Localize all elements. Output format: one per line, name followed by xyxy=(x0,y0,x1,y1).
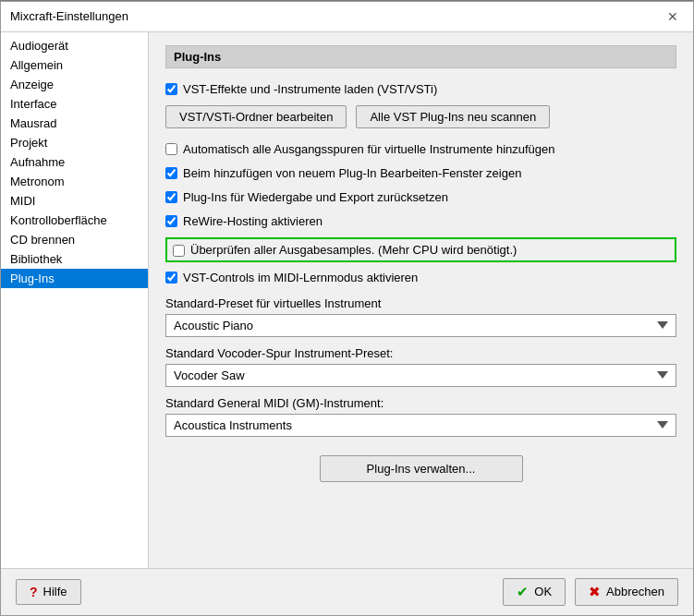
manage-plugins-button[interactable]: Plug-Ins verwalten... xyxy=(320,455,523,482)
sidebar-item-bibliothek[interactable]: Bibliothek xyxy=(1,249,148,269)
sidebar-item-cd-brennen[interactable]: CD brennen xyxy=(1,230,148,249)
footer: ? Hilfe ✔ OK ✖ Abbrechen xyxy=(1,568,693,615)
checkbox-reset-plugins-row: Plug-Ins für Wiedergabe und Export zurüc… xyxy=(165,189,676,206)
checkbox-vst-load-label[interactable]: VST-Effekte und -Instrumente laden (VST/… xyxy=(183,81,437,98)
title-bar: Mixcraft-Einstellungen ✕ xyxy=(1,2,693,32)
footer-right: ✔ OK ✖ Abbrechen xyxy=(503,578,678,606)
checkbox-vst-controls-label[interactable]: VST-Controls im MIDI-Lernmodus aktiviere… xyxy=(183,270,418,286)
cancel-icon: ✖ xyxy=(589,584,601,600)
sidebar-item-audiogeraet[interactable]: Audiogerät xyxy=(1,36,148,55)
sidebar-item-projekt[interactable]: Projekt xyxy=(1,133,148,152)
ok-button[interactable]: ✔ OK xyxy=(503,578,566,606)
help-label: Hilfe xyxy=(43,585,67,598)
vst-buttons-row: VST/VSTi-Ordner bearbeiten Alle VST Plug… xyxy=(165,105,676,128)
checkbox-vst-controls-row: VST-Controls im MIDI-Lernmodus aktiviere… xyxy=(165,270,676,286)
ok-icon: ✔ xyxy=(517,584,529,600)
main-panel: Plug-Ins VST-Effekte und -Instrumente la… xyxy=(149,32,693,568)
window-title: Mixcraft-Einstellungen xyxy=(10,9,128,23)
field2-label: Standard Vocoder-Spur Instrument-Preset: xyxy=(165,346,676,360)
checkbox-vst-load[interactable] xyxy=(165,83,177,95)
checkbox-reset-plugins[interactable] xyxy=(165,191,177,203)
sidebar-item-midi[interactable]: MIDI xyxy=(1,191,148,211)
sidebar: Audiogerät Allgemein Anzeige Interface M… xyxy=(1,32,149,568)
sidebar-item-plug-ins[interactable]: Plug-Ins xyxy=(1,269,148,288)
help-button[interactable]: ? Hilfe xyxy=(16,579,81,605)
checkbox-plugin-editor-label[interactable]: Beim hinzufügen von neuem Plug-In Bearbe… xyxy=(183,165,521,182)
checkbox-plugin-editor-row: Beim hinzufügen von neuem Plug-In Bearbe… xyxy=(165,165,676,182)
sidebar-item-mausrad[interactable]: Mausrad xyxy=(1,114,148,133)
vst-folder-button[interactable]: VST/VSTi-Ordner bearbeiten xyxy=(165,105,347,128)
content-area: Audiogerät Allgemein Anzeige Interface M… xyxy=(1,32,693,568)
preset-general-midi-dropdown[interactable]: Acoustica Instruments xyxy=(165,414,676,437)
preset-vocoder-dropdown[interactable]: Vocoder Saw xyxy=(165,364,676,387)
checkbox-verify-samples-row: Überprüfen aller Ausgabesamples. (Mehr C… xyxy=(165,237,676,262)
checkbox-auto-tracks-row: Automatisch alle Ausgangsspuren für virt… xyxy=(165,141,676,158)
main-window: Mixcraft-Einstellungen ✕ Audiogerät Allg… xyxy=(0,1,694,616)
checkbox-reset-plugins-label[interactable]: Plug-Ins für Wiedergabe und Export zurüc… xyxy=(183,189,448,206)
checkbox-vst-controls[interactable] xyxy=(165,272,177,284)
section-header: Plug-Ins xyxy=(165,45,676,68)
checkbox-rewire-label[interactable]: ReWire-Hosting aktivieren xyxy=(183,213,323,230)
checkbox-auto-tracks[interactable] xyxy=(165,143,177,155)
sidebar-item-kontrolloberflaeche[interactable]: Kontrolloberfläche xyxy=(1,211,148,230)
help-icon: ? xyxy=(30,585,38,599)
checkbox-plugin-editor[interactable] xyxy=(165,167,177,179)
checkbox-verify-samples-label[interactable]: Überprüfen aller Ausgabesamples. (Mehr C… xyxy=(190,243,517,257)
ok-label: OK xyxy=(534,585,552,598)
preset-virtual-instrument-dropdown[interactable]: Acoustic Piano xyxy=(165,314,676,337)
footer-left: ? Hilfe xyxy=(16,579,81,605)
field1-label: Standard-Preset für virtuelles Instrumen… xyxy=(165,296,676,310)
checkbox-verify-samples[interactable] xyxy=(173,245,185,257)
sidebar-item-interface[interactable]: Interface xyxy=(1,94,148,114)
cancel-label: Abbrechen xyxy=(606,585,664,598)
cancel-button[interactable]: ✖ Abbrechen xyxy=(575,578,678,606)
vst-scan-button[interactable]: Alle VST Plug-Ins neu scannen xyxy=(356,105,550,128)
close-button[interactable]: ✕ xyxy=(662,7,684,26)
sidebar-item-aufnahme[interactable]: Aufnahme xyxy=(1,152,148,172)
field3-label: Standard General MIDI (GM)-Instrument: xyxy=(165,396,676,410)
sidebar-item-allgemein[interactable]: Allgemein xyxy=(1,55,148,75)
sidebar-item-anzeige[interactable]: Anzeige xyxy=(1,75,148,94)
sidebar-item-metronom[interactable]: Metronom xyxy=(1,172,148,191)
checkbox-auto-tracks-label[interactable]: Automatisch alle Ausgangsspuren für virt… xyxy=(183,141,555,158)
checkbox-rewire-row: ReWire-Hosting aktivieren xyxy=(165,213,676,230)
checkbox-vst-load-row: VST-Effekte und -Instrumente laden (VST/… xyxy=(165,81,676,98)
checkbox-rewire[interactable] xyxy=(165,215,177,227)
